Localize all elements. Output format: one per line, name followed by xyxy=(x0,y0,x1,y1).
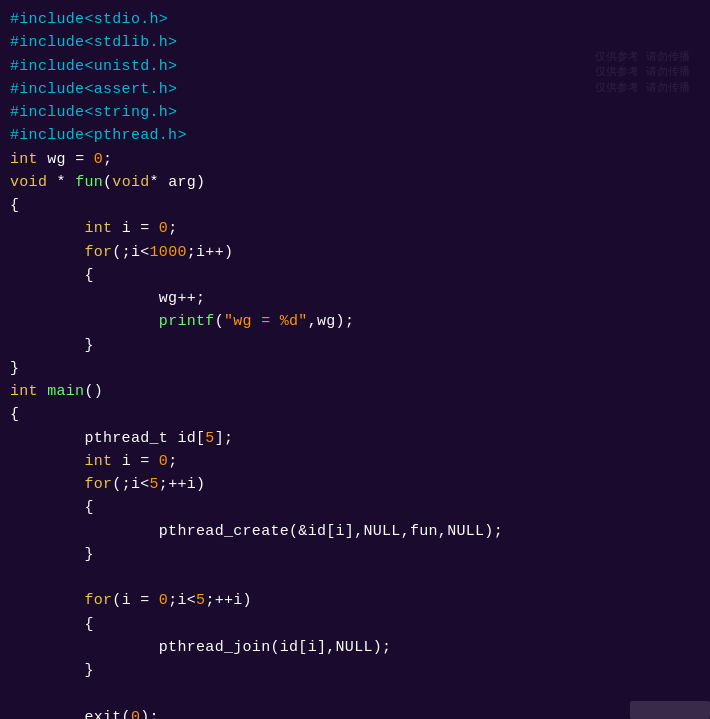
code-line: #include<string.h> xyxy=(10,101,700,124)
code-line: pthread_create(&id[i],NULL,fun,NULL); xyxy=(10,520,700,543)
code-line: for(;i<1000;i++) xyxy=(10,241,700,264)
code-line: #include<unistd.h> xyxy=(10,55,700,78)
code-line: for(;i<5;++i) xyxy=(10,473,700,496)
code-line: #include<stdlib.h> xyxy=(10,31,700,54)
code-line: } xyxy=(10,334,700,357)
code-line: { xyxy=(10,194,700,217)
code-line: for(i = 0;i<5;++i) xyxy=(10,589,700,612)
code-line: int i = 0; xyxy=(10,450,700,473)
code-line: printf("wg = %d",wg); xyxy=(10,310,700,333)
scrollbar[interactable] xyxy=(630,701,710,719)
code-line: wg++; xyxy=(10,287,700,310)
code-line: { xyxy=(10,264,700,287)
code-line: #include<stdio.h> xyxy=(10,8,700,31)
code-line: void * fun(void* arg) xyxy=(10,171,700,194)
code-line: int main() xyxy=(10,380,700,403)
code-line: #include<assert.h> xyxy=(10,78,700,101)
code-line xyxy=(10,566,700,589)
code-line: pthread_join(id[i],NULL); xyxy=(10,636,700,659)
code-line: pthread_t id[5]; xyxy=(10,427,700,450)
code-line: } xyxy=(10,543,700,566)
code-line: { xyxy=(10,496,700,519)
code-line xyxy=(10,682,700,705)
code-line: #include<pthread.h> xyxy=(10,124,700,147)
code-line: int i = 0; xyxy=(10,217,700,240)
code-line: } xyxy=(10,357,700,380)
code-line: } xyxy=(10,659,700,682)
code-editor: #include<stdio.h> #include<stdlib.h> #in… xyxy=(0,0,710,719)
code-line: { xyxy=(10,403,700,426)
code-line: int wg = 0; xyxy=(10,148,700,171)
code-line: exit(0); xyxy=(10,706,700,720)
code-line: { xyxy=(10,613,700,636)
